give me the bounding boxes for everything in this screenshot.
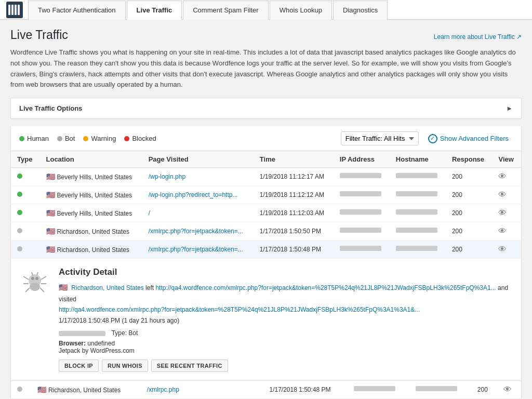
table-header-row: Type Location Page Visited Time IP Addre… bbox=[11, 151, 522, 168]
cell-response: 200 bbox=[446, 204, 493, 222]
cell-view[interactable]: 👁 bbox=[492, 204, 521, 222]
flag-icon: 🇺🇸 bbox=[46, 227, 55, 235]
advanced-filters-button[interactable]: ✓ Show Advanced Filters bbox=[424, 132, 513, 145]
flag-icon: 🇺🇸 bbox=[46, 172, 55, 181]
cell-page: /wp-login.php?redirect_to=http... bbox=[142, 186, 254, 204]
cell-ip bbox=[334, 186, 390, 204]
options-panel: Live Traffic Options ► bbox=[10, 98, 522, 119]
cell-page: /xmlrpc.php?for=jetpack&token=... bbox=[142, 222, 254, 241]
traffic-table: Type Location Page Visited Time IP Addre… bbox=[10, 151, 522, 259]
cell-page: /wp-login.php bbox=[142, 168, 254, 186]
ip-blurred bbox=[340, 173, 381, 178]
col-time: Time bbox=[254, 151, 334, 168]
col-ip: IP Address bbox=[334, 151, 390, 168]
view-icon[interactable]: 👁 bbox=[498, 208, 507, 217]
hostname-blurred bbox=[396, 173, 437, 178]
legend-bot: Bot bbox=[57, 135, 75, 142]
cell-time: 1/19/2018 11:12:12 AM bbox=[254, 186, 334, 204]
svg-point-7 bbox=[31, 277, 34, 280]
cell-type bbox=[11, 168, 40, 186]
cell-view[interactable]: 👁 bbox=[497, 381, 521, 399]
svg-rect-2 bbox=[11, 5, 14, 15]
learn-more-link[interactable]: Learn more about Live Traffic ↗ bbox=[434, 33, 522, 41]
table-row[interactable]: 🇺🇸Richardson, United States /xmlrpc.php?… bbox=[11, 222, 522, 241]
activity-location-link[interactable]: Richardson, United States bbox=[71, 284, 143, 291]
cell-response: 200 bbox=[446, 222, 493, 241]
tab-whois-lookup[interactable]: Whois Lookup bbox=[270, 1, 332, 20]
cell-hostname bbox=[390, 186, 446, 204]
svg-line-9 bbox=[23, 276, 29, 280]
cell-location: 🇺🇸Richardson, United States bbox=[31, 381, 141, 399]
cell-response: 200 bbox=[446, 241, 493, 259]
type-indicator bbox=[17, 192, 22, 197]
legend-warning: Warning bbox=[83, 135, 116, 142]
svg-rect-4 bbox=[18, 5, 20, 15]
activity-meta: Browser: undefined Jetpack by WordPress.… bbox=[59, 340, 511, 354]
svg-line-10 bbox=[41, 276, 46, 280]
type-indicator bbox=[17, 174, 22, 179]
block-ip-button[interactable]: BLOCK IP bbox=[59, 360, 99, 372]
check-circle-icon: ✓ bbox=[428, 134, 437, 143]
table-row[interactable]: 🇺🇸Richardson, United States /xmlrpc.php … bbox=[11, 381, 522, 399]
activity-content: Activity Detail 🇺🇸 Richardson, United St… bbox=[59, 267, 511, 372]
table-row[interactable]: 🇺🇸Beverly Hills, United States / 1/19/20… bbox=[11, 204, 522, 222]
cell-response: 200 bbox=[471, 381, 497, 399]
cell-time: 1/17/2018 1:50:48 PM bbox=[254, 241, 334, 259]
table-row[interactable]: 🇺🇸Richardson, United States /xmlrpc.php?… bbox=[11, 241, 522, 259]
activity-action: left bbox=[145, 284, 155, 291]
cell-ip bbox=[334, 168, 390, 186]
human-dot bbox=[19, 136, 24, 141]
page-header: Live Traffic Learn more about Live Traff… bbox=[10, 28, 522, 42]
run-whois-button[interactable]: RUN WHOIS bbox=[102, 360, 148, 372]
tab-diagnostics[interactable]: Diagnostics bbox=[333, 1, 388, 20]
ip-blurred bbox=[354, 386, 395, 391]
filter-select[interactable]: Filter Traffic: All HitsHumans OnlyBots … bbox=[341, 131, 419, 145]
cell-time: 1/17/2018 1:50:48 PM bbox=[263, 381, 347, 399]
cell-page: / bbox=[142, 204, 254, 222]
svg-point-6 bbox=[30, 283, 40, 291]
view-icon[interactable]: 👁 bbox=[498, 227, 507, 235]
options-header[interactable]: Live Traffic Options ► bbox=[11, 98, 521, 118]
cell-ip bbox=[348, 381, 409, 399]
svg-line-15 bbox=[32, 272, 33, 275]
col-hostname: Hostname bbox=[390, 151, 446, 168]
ip-blurred bbox=[340, 209, 381, 215]
tab-live-traffic[interactable]: Live Traffic bbox=[127, 1, 182, 20]
tab-comment-spam[interactable]: Comment Spam Filter bbox=[183, 1, 268, 20]
activity-link2[interactable]: http://qa4.wordfence.com/xmlrpc.php?for=… bbox=[59, 306, 420, 313]
cell-view[interactable]: 👁 bbox=[492, 168, 521, 186]
view-icon[interactable]: 👁 bbox=[498, 245, 507, 254]
svg-point-8 bbox=[35, 277, 38, 280]
blocked-dot bbox=[124, 136, 129, 141]
cell-time: 1/17/2018 1:50:50 PM bbox=[254, 222, 334, 241]
cell-hostname bbox=[390, 204, 446, 222]
traffic-table-bottom: 🇺🇸Richardson, United States /xmlrpc.php … bbox=[10, 381, 522, 399]
flag-icon: 🇺🇸 bbox=[46, 191, 55, 199]
svg-line-13 bbox=[25, 288, 30, 292]
cell-hostname bbox=[390, 222, 446, 241]
legend-human: Human bbox=[19, 135, 49, 142]
cell-ip bbox=[334, 241, 390, 259]
cell-view[interactable]: 👁 bbox=[492, 186, 521, 204]
view-icon[interactable]: 👁 bbox=[498, 190, 507, 199]
traffic-controls: Human Bot Warning Blocked Filter Traffic… bbox=[10, 126, 522, 151]
cell-location: 🇺🇸Beverly Hills, United States bbox=[40, 204, 142, 222]
table-row[interactable]: 🇺🇸Beverly Hills, United States /wp-login… bbox=[11, 168, 522, 186]
blocked-label: Blocked bbox=[132, 135, 156, 142]
tab-two-factor[interactable]: Two Factor Authentication bbox=[28, 1, 126, 20]
view-icon[interactable]: 👁 bbox=[503, 385, 512, 394]
cell-view[interactable]: 👁 bbox=[492, 222, 521, 241]
page-content: Live Traffic Learn more about Live Traff… bbox=[0, 20, 532, 399]
ip-blurred bbox=[340, 191, 381, 196]
col-page: Page Visited bbox=[142, 151, 254, 168]
type-indicator bbox=[17, 246, 22, 251]
view-icon[interactable]: 👁 bbox=[498, 172, 507, 181]
cell-view[interactable]: 👁 bbox=[492, 241, 521, 259]
advanced-filters-label: Show Advanced Filters bbox=[440, 135, 509, 142]
cell-type bbox=[11, 222, 40, 241]
hostname-blurred bbox=[416, 386, 457, 391]
table-row[interactable]: 🇺🇸Beverly Hills, United States /wp-login… bbox=[11, 186, 522, 204]
activity-link1[interactable]: http://qa4.wordfence.com/xmlrpc.php?for=… bbox=[155, 284, 496, 291]
see-recent-traffic-button[interactable]: SEE RECENT TRAFFIC bbox=[151, 360, 228, 372]
svg-line-16 bbox=[37, 272, 38, 275]
